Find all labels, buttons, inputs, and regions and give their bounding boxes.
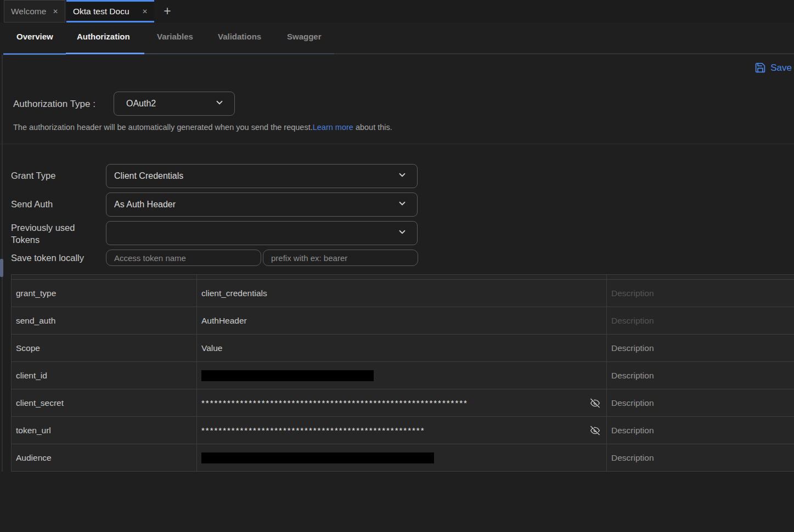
access-token-name-input[interactable] [106, 250, 261, 266]
param-key: grant_type [12, 280, 197, 307]
auth-params-table: grant_typeclient_credentialsDescriptions… [11, 274, 794, 472]
send-auth-select[interactable]: As Auth Header [106, 193, 418, 217]
param-description[interactable]: Description [607, 417, 794, 444]
nav-tab-overview[interactable]: Overview [16, 32, 53, 41]
tab-welcome[interactable]: Welcome ✕ [4, 0, 65, 22]
grant-type-value: Client Credentials [114, 171, 183, 181]
redaction-bar [201, 452, 434, 463]
save-button[interactable]: Save [754, 62, 792, 73]
nav-tab-variables[interactable]: Variables [157, 32, 193, 41]
table-row: client_idDescription [12, 362, 794, 389]
send-auth-label: Send Auth [11, 199, 53, 210]
chevron-down-icon [215, 98, 224, 110]
param-description[interactable]: Description [607, 362, 794, 389]
authorization-type-label: Authorization Type : [13, 99, 95, 110]
token-prefix-input[interactable] [263, 250, 418, 266]
hint-after: about this. [353, 123, 392, 132]
param-value[interactable]: Value [197, 335, 607, 361]
table-row: ScopeValueDescription [12, 335, 794, 362]
tab-okta-test-docu[interactable]: Okta test Docu ✕ [66, 0, 154, 22]
file-tab-bar: Welcome ✕ Okta test Docu ✕ + [0, 0, 794, 22]
param-description[interactable]: Description [607, 335, 794, 361]
toggle-visibility-icon[interactable] [590, 426, 600, 435]
header-desc [607, 275, 794, 279]
save-token-locally-label: Save token locally [11, 253, 84, 263]
scrollbar-thumb[interactable] [0, 259, 3, 277]
section-divider [0, 144, 794, 144]
table-row: grant_typeclient_credentialsDescription [12, 280, 794, 307]
masked-value: ****************************************… [201, 398, 468, 408]
header-key [12, 275, 197, 279]
save-label: Save [770, 63, 792, 73]
learn-more-link[interactable]: Learn more [313, 123, 353, 132]
param-value[interactable]: ****************************************… [197, 389, 607, 416]
new-tab-button[interactable]: + [159, 2, 176, 20]
param-description[interactable]: Description [607, 307, 794, 334]
close-icon[interactable]: ✕ [142, 8, 148, 15]
param-value[interactable]: client_credentials [197, 280, 607, 307]
authorization-type-value: OAuth2 [126, 99, 156, 109]
grant-type-label: Grant Type [11, 171, 55, 181]
toggle-visibility-icon[interactable] [590, 398, 600, 408]
overview-underline [3, 53, 66, 55]
nav-border-dark [334, 53, 794, 54]
masked-value: ****************************************… [201, 426, 425, 435]
table-row: send_authAuthHeaderDescription [12, 307, 794, 335]
auth-hint-text: The authorization header will be automat… [13, 123, 392, 132]
close-icon[interactable]: ✕ [53, 8, 58, 15]
nav-border [144, 53, 334, 54]
param-value[interactable]: ****************************************… [197, 417, 607, 444]
table-row: AudienceDescription [12, 444, 794, 472]
param-value[interactable] [197, 362, 607, 389]
hint-before: The authorization header will be automat… [13, 123, 313, 132]
param-value-text: client_credentials [201, 288, 267, 298]
param-description[interactable]: Description [607, 389, 794, 416]
param-value-text: AuthHeader [201, 316, 247, 326]
param-key: Audience [12, 444, 197, 471]
chevron-down-icon [397, 170, 407, 182]
previously-used-tokens-label: Previously used Tokens [11, 222, 93, 246]
param-key: send_auth [12, 307, 197, 334]
param-value-text: Value [201, 343, 223, 353]
param-key: token_url [12, 417, 197, 444]
param-description[interactable]: Description [607, 444, 794, 471]
previously-used-tokens-select[interactable] [106, 221, 418, 245]
param-description[interactable]: Description [607, 280, 794, 307]
chevron-down-icon [397, 227, 407, 239]
param-key: Scope [12, 335, 197, 361]
save-icon [754, 62, 766, 73]
send-auth-value: As Auth Header [114, 200, 176, 210]
param-value[interactable]: AuthHeader [197, 307, 607, 334]
param-key: client_secret [12, 389, 197, 416]
grant-type-select[interactable]: Client Credentials [106, 164, 418, 188]
param-value[interactable] [197, 444, 607, 471]
redaction-bar [201, 370, 374, 381]
param-key: client_id [12, 362, 197, 389]
header-value [197, 275, 607, 279]
chevron-down-icon [397, 199, 407, 211]
authorization-underline [66, 53, 144, 54]
table-row: token_url*******************************… [12, 417, 794, 444]
tab-okta-label: Okta test Docu [73, 7, 129, 16]
table-header-sliver [12, 275, 794, 280]
nav-tab-validations[interactable]: Validations [218, 32, 261, 41]
tab-welcome-label: Welcome [11, 7, 46, 16]
nav-tab-authorization[interactable]: Authorization [77, 32, 130, 41]
nav-tab-swagger[interactable]: Swagger [287, 32, 322, 41]
table-row: client_secret***************************… [12, 389, 794, 417]
authorization-type-select[interactable]: OAuth2 [114, 92, 235, 116]
section-nav: Overview Authorization Variables Validat… [0, 22, 794, 55]
